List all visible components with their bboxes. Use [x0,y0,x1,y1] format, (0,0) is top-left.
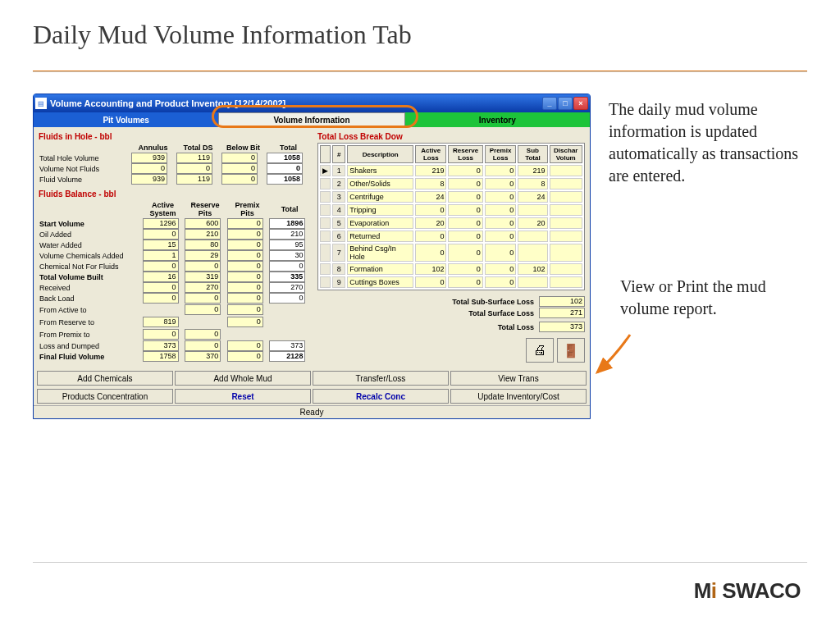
loss-summary: Total Sub-Surface Loss102 Total Surface … [317,295,585,333]
cell[interactable]: 0 [131,163,167,174]
print-button[interactable]: 🖨 [526,338,554,363]
tab-volume-information[interactable]: Volume Information [218,112,404,127]
app-icon: ▤ [35,98,47,109]
fluids-in-hole-heading: Fluids in Hole - bbl [39,132,311,141]
cell-empty [269,316,305,326]
col-belowbit: Below Bit [221,143,266,153]
button-row-1: Add Chemicals Add Whole Mud Transfer/Los… [34,369,590,387]
exit-button[interactable]: 🚪 [557,338,585,363]
view-trans-button[interactable]: View Trans [450,371,587,386]
table-row[interactable]: 7Behind Csg/In Hole000 [320,244,582,262]
breakdown-table: #DescriptionActive LossReserve LossPremi… [317,143,585,290]
table-row[interactable]: 6Returned000 [320,231,582,242]
cell[interactable]: 270 [185,282,221,293]
row-label: Start Volume [39,218,142,229]
table-row[interactable]: ▶1Shakers21900219 [320,165,582,176]
cell-total: 1896 [269,218,305,229]
col-subtotal: Sub Total [518,145,547,163]
col-active-system: Active System [142,200,185,218]
row-label: Final Fluid Volume [39,351,142,362]
cell[interactable]: 0 [227,340,263,351]
divider [33,71,807,72]
maximize-button[interactable]: □ [558,97,573,110]
cell[interactable]: 0 [143,282,179,293]
table-row[interactable]: 9Cuttings Boxes000 [320,276,582,288]
cell[interactable]: 1758 [143,351,179,362]
cell[interactable]: 0 [143,329,179,340]
add-whole-mud-button[interactable]: Add Whole Mud [175,371,311,386]
cell[interactable]: 819 [143,317,179,327]
slide-title: Daily Mud Volume Information Tab [33,20,412,50]
cell[interactable]: 0 [227,351,263,362]
tab-inventory[interactable]: Inventory [405,112,590,127]
cell-total: 0 [269,261,305,272]
cell[interactable]: 80 [185,240,221,250]
cell-total: 335 [269,272,305,282]
table-row[interactable]: 3Centrifuge240024 [320,191,582,203]
cell[interactable]: 15 [143,240,179,250]
cell[interactable]: 370 [185,351,221,362]
cell[interactable]: 210 [185,229,221,240]
footer-divider [33,562,807,563]
table-row[interactable]: 4Tripping000 [320,204,582,216]
table-row[interactable]: 5Evaporation200020 [320,217,582,229]
col-desc: Description [347,145,413,163]
cell-total: 1058 [267,153,303,163]
cell[interactable]: 373 [143,340,179,351]
table-row[interactable]: 2Other/Solids8008 [320,178,582,189]
cell[interactable]: 0 [227,317,263,327]
update-inventory-button[interactable]: Update Inventory/Cost [450,389,587,404]
cell[interactable]: 0 [227,218,263,229]
tab-pit-volumes[interactable]: Pit Volumes [34,112,218,127]
arrow-icon [591,331,640,381]
cell[interactable]: 29 [185,250,221,261]
cell[interactable]: 0 [227,229,263,240]
cell[interactable]: 0 [221,163,258,174]
minimize-button[interactable]: _ [542,97,557,110]
cell[interactable]: 0 [185,293,221,304]
transfer-loss-button[interactable]: Transfer/Loss [313,371,449,386]
row-label: Total Hole Volume [39,153,130,163]
cell[interactable]: 0 [185,340,221,351]
table-row[interactable]: 8Formation10200102 [320,263,582,275]
cell[interactable]: 0 [143,293,179,304]
cell[interactable]: 0 [221,174,258,185]
close-button[interactable]: × [573,97,588,110]
col-total-2: Total [268,200,311,218]
cell[interactable]: 0 [185,261,221,272]
recalc-conc-button[interactable]: Recalc Conc [313,389,449,404]
cell[interactable]: 939 [131,153,167,163]
cell[interactable]: 0 [221,153,258,163]
cell[interactable]: 16 [143,272,179,282]
cell[interactable]: 0 [227,282,263,293]
products-concentration-button[interactable]: Products Concentration [37,389,173,404]
cell[interactable]: 600 [185,218,221,229]
cell[interactable]: 0 [143,261,179,272]
cell[interactable]: 0 [227,261,263,272]
cell[interactable]: 0 [143,229,179,240]
cell[interactable]: 1296 [143,218,179,229]
cell[interactable]: 939 [131,174,167,185]
cell[interactable]: 0 [227,240,263,250]
reset-button[interactable]: Reset [175,389,311,404]
cell[interactable]: 0 [227,272,263,282]
add-chemicals-button[interactable]: Add Chemicals [37,371,173,386]
cell[interactable]: 0 [176,163,212,174]
cell-total: 30 [269,250,305,261]
breakdown-heading: Total Loss Break Dow [317,132,585,141]
cell[interactable]: 1 [143,250,179,261]
cell[interactable]: 0 [227,293,263,304]
col-totalds: Total DS [176,143,221,153]
cell[interactable]: 0 [227,250,263,261]
cell[interactable]: 0 [185,329,221,340]
logo: Mi SWACO [694,578,801,604]
cell[interactable]: 319 [185,272,221,282]
cell-empty [269,328,305,339]
cell[interactable]: 119 [176,174,212,185]
titlebar[interactable]: ▤ Volume Accounting and Product Inventor… [34,94,590,112]
cell[interactable]: 0 [185,304,221,315]
cell[interactable]: 0 [227,304,263,315]
button-row-2: Products Concentration Reset Recalc Conc… [34,387,590,405]
cell[interactable]: 119 [176,153,212,163]
row-label: Received [39,282,142,293]
